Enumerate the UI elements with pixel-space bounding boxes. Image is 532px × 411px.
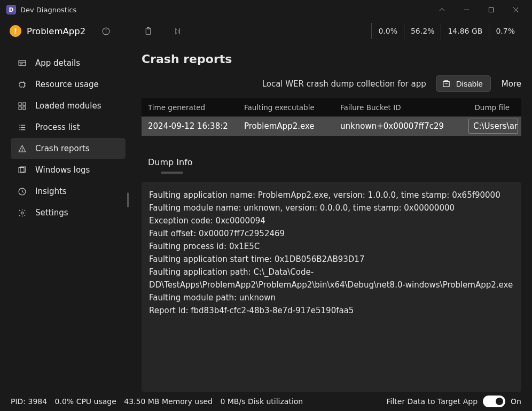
cell-time: 2024-09-12 16:38:2 [142,121,238,131]
window-title: Dev Diagnostics [20,6,76,14]
content-area: Crash reports Local WER crash dump colle… [131,43,532,392]
col-dump[interactable]: Dump file [462,103,521,112]
disable-icon [442,79,451,88]
svg-rect-25 [22,106,25,109]
dump-info-line: Report Id: fbd83b4f-cfc2-48b3-8e7d-917e5… [149,304,514,317]
subhead-text: Local WER crash dump collection for app [262,79,426,89]
tools-icon[interactable] [173,27,182,36]
warning-icon: ! [10,25,21,37]
loaded-modules-icon [16,102,28,111]
status-cpu: 0.0% CPU usage [55,397,116,406]
sidebar-item-label: Crash reports [35,144,90,153]
dump-info-line: Faulting application name: ProblemApp2.e… [149,189,514,201]
info-icon[interactable] [101,27,111,36]
process-list-icon [16,123,28,132]
status-left: PID: 3984 0.0% CPU usage 43.50 MB Memory… [11,397,308,406]
cell-dump: C:\Users\ar [462,119,521,134]
table-row[interactable]: 2024-09-12 16:38:2 ProblemApp2.exe unkno… [142,117,521,136]
resource-usage-icon [16,80,28,89]
col-bucket[interactable]: Failure Bucket ID [334,103,462,112]
filter-label: Filter Data to Target App [386,397,478,406]
svg-rect-9 [19,60,26,65]
sidebar-item-settings[interactable]: Settings [11,202,126,223]
dump-info-title: Dump Info [142,157,521,167]
close-button[interactable] [503,1,528,18]
status-bar: PID: 3984 0.0% CPU usage 43.50 MB Memory… [0,392,532,411]
sidebar-item-crash-reports[interactable]: Crash reports [11,138,126,159]
page-title: Crash reports [142,52,521,66]
dump-info-line: Faulting application path: C:\_Data\Code… [149,266,514,291]
svg-point-6 [106,29,106,30]
col-exe[interactable]: Faulting executable [238,103,334,112]
svg-rect-13 [20,82,25,87]
svg-point-33 [22,150,22,151]
gear-icon [16,208,28,218]
sidebar-item-label: Insights [35,187,67,196]
minimize-button[interactable] [454,1,479,18]
sidebar-item-process-list[interactable]: Process list [11,117,126,138]
sidebar-item-label: Settings [35,208,68,218]
app-icon: D [6,5,16,14]
dump-info-line: Faulting process id: 0x1E5C [149,240,514,253]
sidebar-item-label: Resource usage [35,80,99,89]
cell-bucket: unknown+0x00007ff7c29 [334,121,462,131]
filter-toggle[interactable] [483,396,505,407]
status-mem: 43.50 MB Memory used [124,397,213,406]
maximize-button[interactable] [479,1,503,18]
svg-rect-1 [489,7,493,12]
insights-icon [16,187,28,196]
sidebar-item-resource-usage[interactable]: Resource usage [11,74,126,95]
sidebar-item-label: Loaded modules [35,101,101,111]
process-name: ProblemApp2 [27,26,85,36]
disable-button-label: Disable [456,79,483,88]
sidebar-item-insights[interactable]: Insights [11,181,126,202]
dump-file-link[interactable]: C:\Users\ar [468,119,518,134]
titlebar: D Dev Diagnostics [0,0,532,19]
sidebar-item-loaded-modules[interactable]: Loaded modules [11,95,126,117]
cell-exe: ProblemApp2.exe [238,121,334,131]
svg-line-38 [22,191,24,192]
dump-info-line: Faulting module path: unknown [149,291,514,304]
chevron-up-icon[interactable] [429,1,454,18]
status-disk: 0 MB/s Disk utilization [220,397,303,406]
more-link[interactable]: More [502,79,521,89]
svg-rect-24 [19,106,21,109]
process-bar: ! ProblemApp2 0.0% 56.2% 14.86 GB 0.7% [0,19,532,43]
metric-memory: 14.86 GB [441,23,489,39]
svg-rect-23 [22,103,25,105]
scrollbar-thumb[interactable] [127,192,129,207]
toggle-state: On [511,397,521,406]
status-pid: PID: 3984 [11,397,47,406]
sidebar-item-label: App details [35,58,80,68]
sidebar-item-label: Process list [35,122,80,132]
svg-rect-22 [19,103,21,105]
dump-info-line: Faulting application start time: 0x1DB05… [149,253,514,266]
dump-info-line: Exception code: 0xc0000094 [149,214,514,227]
svg-point-39 [21,212,23,214]
metric-cpu: 0.0% [371,23,404,39]
sidebar-item-app-details[interactable]: App details [11,52,126,74]
dump-info-line: Fault offset: 0x00007ff7c2952469 [149,227,514,240]
svg-rect-40 [443,81,449,87]
clipboard-icon[interactable] [144,27,153,36]
app-details-icon [16,59,28,68]
disable-button[interactable]: Disable [436,75,491,92]
metric-4: 0.7% [489,23,521,39]
metric-2: 56.2% [404,23,441,39]
col-time[interactable]: Time generated [142,103,238,112]
sidebar-item-label: Windows logs [35,165,90,175]
crash-table: Time generated Faulting executable Failu… [142,98,521,136]
sidebar: App details Resource usage Loaded module… [0,43,131,392]
windows-logs-icon [16,166,28,175]
dump-info-line: Faulting module name: unknown, version: … [149,201,514,214]
dump-divider [161,172,183,174]
dump-info-panel: Faulting application name: ProblemApp2.e… [142,182,521,392]
subhead-row: Local WER crash dump collection for app … [142,75,521,92]
sidebar-item-windows-logs[interactable]: Windows logs [11,159,126,181]
toggle-knob [496,398,503,405]
table-header: Time generated Faulting executable Failu… [142,98,521,117]
crash-reports-icon [16,144,28,153]
